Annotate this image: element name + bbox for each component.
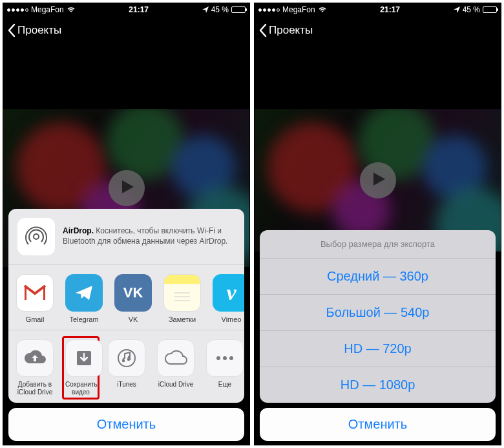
export-title: Выбор размера для экспорта [260, 230, 496, 259]
airdrop-text: AirDrop. Коснитесь, чтобы включить Wi-Fi… [63, 226, 235, 246]
notes-icon [163, 274, 201, 312]
screenshot-export-size: MegaFon 21:17 45 % Проекты [254, 3, 501, 445]
icloud-icon [157, 339, 194, 377]
time-label: 21:17 [129, 5, 149, 14]
export-option-360p[interactable]: Средний — 360p [260, 259, 496, 295]
export-option-720p[interactable]: HD — 720p [260, 331, 496, 367]
svg-point-0 [34, 234, 39, 239]
action-itunes[interactable]: iTunes [108, 339, 145, 396]
svg-point-12 [229, 356, 233, 360]
battery-icon [483, 6, 497, 13]
play-button[interactable] [360, 162, 396, 198]
location-icon [202, 6, 209, 13]
cancel-button[interactable]: Отменить [260, 408, 496, 441]
back-label: Проекты [269, 24, 313, 37]
share-app-telegram[interactable]: Telegram [65, 274, 103, 323]
back-label: Проекты [17, 24, 61, 37]
action-add-icloud[interactable]: Добавить вiCloud Drive [16, 339, 54, 396]
cancel-button[interactable]: Отменить [8, 408, 244, 441]
carrier-label: MegaFon [31, 5, 64, 14]
action-save-video[interactable]: Сохранитьвидео [62, 336, 100, 400]
nav-bar: Проекты [3, 16, 249, 45]
status-bar: MegaFon 21:17 45 % [255, 3, 501, 16]
svg-point-9 [127, 358, 130, 361]
time-label: 21:17 [380, 5, 400, 14]
chevron-left-icon [258, 23, 269, 37]
action-icloud-drive[interactable]: iCloud Drive [157, 339, 194, 396]
signal-dots-icon [258, 8, 280, 12]
svg-rect-2 [43, 286, 45, 300]
action-more[interactable]: Еще [206, 339, 244, 396]
itunes-icon [108, 339, 145, 377]
wifi-icon [67, 6, 76, 13]
export-size-sheet: Выбор размера для экспорта Средний — 360… [255, 230, 501, 445]
export-option-1080p[interactable]: HD — 1080p [260, 367, 496, 403]
status-bar: MegaFon 21:17 45 % [3, 3, 249, 16]
vk-icon: VK [114, 274, 152, 312]
share-app-vk[interactable]: VK VK [114, 274, 152, 323]
svg-point-10 [216, 356, 220, 360]
battery-pct: 45 % [211, 5, 229, 14]
back-button[interactable]: Проекты [7, 23, 61, 37]
export-option-540p[interactable]: Большой — 540p [260, 295, 496, 331]
wifi-icon [318, 6, 327, 13]
share-sheet: AirDrop. Коснитесь, чтобы включить Wi-Fi… [3, 209, 249, 445]
chevron-left-icon [7, 23, 17, 37]
svg-point-8 [122, 359, 125, 362]
screenshot-share-sheet: MegaFon 21:17 45 % Проекты [3, 3, 250, 445]
svg-point-11 [223, 356, 227, 360]
back-button[interactable]: Проекты [258, 23, 313, 37]
signal-dots-icon [7, 8, 28, 12]
play-icon [370, 171, 386, 189]
carrier-label: MegaFon [282, 5, 315, 14]
svg-point-7 [118, 350, 135, 367]
battery-icon [231, 6, 246, 13]
share-app-vimeo[interactable]: v Vimeo [213, 274, 244, 323]
share-app-notes[interactable]: Заметки [163, 274, 201, 323]
svg-rect-1 [25, 286, 26, 300]
play-button[interactable] [109, 170, 145, 206]
save-video-icon [65, 339, 103, 377]
share-apps-row[interactable]: Gmail Telegram VK VK Заметки [8, 265, 244, 330]
airdrop-icon [17, 218, 55, 255]
more-icon [206, 339, 244, 377]
telegram-icon [65, 274, 103, 312]
nav-bar: Проекты [255, 16, 501, 45]
location-icon [454, 6, 460, 13]
cloud-upload-icon [16, 339, 54, 377]
vimeo-icon: v [213, 274, 244, 312]
airdrop-section[interactable]: AirDrop. Коснитесь, чтобы включить Wi-Fi… [8, 209, 244, 265]
play-icon [118, 179, 135, 197]
share-actions-row[interactable]: Добавить вiCloud Drive Сохранитьвидео iT… [8, 330, 244, 403]
share-app-gmail[interactable]: Gmail [16, 274, 54, 323]
battery-pct: 45 % [463, 5, 480, 14]
gmail-icon [16, 274, 54, 312]
